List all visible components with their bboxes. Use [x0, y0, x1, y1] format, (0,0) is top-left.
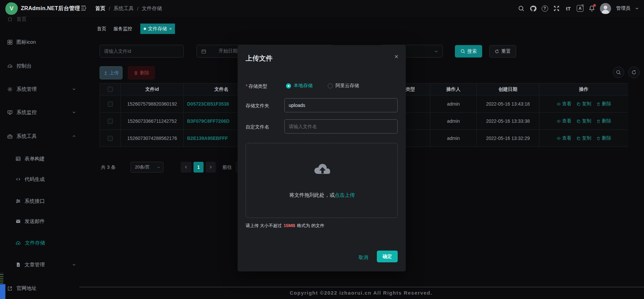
file-id-input-field[interactable]	[104, 48, 179, 54]
cancel-button[interactable]: 取消	[356, 253, 371, 262]
search-button[interactable]: 搜索	[455, 45, 482, 58]
sidebar-item-label: 官网地址	[16, 285, 37, 292]
select-all-checkbox[interactable]	[108, 87, 113, 92]
next-page-button[interactable]	[206, 162, 216, 173]
reset-button[interactable]: 重置	[489, 45, 516, 58]
copy-link[interactable]: 复制	[576, 101, 592, 107]
header-actions: ? tT A文 管理员	[517, 0, 644, 17]
delete-link-label: 删除	[602, 135, 611, 141]
sidebar-item-system-management[interactable]: 系统管理	[0, 82, 79, 96]
avatar[interactable]	[600, 3, 611, 14]
folder-input[interactable]	[284, 98, 398, 112]
github-icon[interactable]	[529, 5, 537, 12]
form-table-icon	[15, 156, 21, 161]
click-to-upload-link[interactable]: 点击上传	[335, 192, 355, 198]
breadcrumb-file-storage[interactable]: 文件存储	[142, 5, 162, 12]
sidebar-item-system-api[interactable]: 系统接口	[0, 194, 79, 208]
sidebar-item-send-mail[interactable]: 发送邮件	[0, 215, 79, 228]
folder-input-field[interactable]	[289, 103, 393, 108]
delete-button[interactable]: 删除	[128, 66, 155, 79]
file-id-input[interactable]	[100, 45, 184, 58]
fullscreen-icon[interactable]	[553, 5, 560, 12]
tab-close-icon[interactable]: ×	[169, 26, 172, 31]
sidebar-item-console[interactable]: 控制台	[0, 59, 79, 73]
table-refresh-button[interactable]	[628, 67, 640, 78]
tab-file-storage[interactable]: 文件存储 ×	[140, 24, 175, 34]
sidebar-item-article-management[interactable]: 文章管理	[0, 258, 79, 271]
help-icon[interactable]: ?	[541, 5, 548, 12]
radio-aliyun-storage[interactable]: 阿里云存储	[328, 83, 359, 89]
tab-home[interactable]: 首页	[97, 26, 106, 32]
upload-tip: 请上传 大小不超过15MB格式为 的文件	[246, 223, 324, 229]
copy-link[interactable]: 复制	[576, 118, 592, 124]
sidebar-item-file-storage[interactable]: 文件存储	[0, 236, 79, 250]
filename-input-field[interactable]	[289, 124, 393, 129]
col-created: 创建日期	[477, 83, 539, 96]
footer-copyright: Copyright ©2022 izhaorui.cn All Rights R…	[78, 290, 644, 296]
active-tab-dot	[144, 28, 146, 30]
upload-button-label: 上传	[110, 70, 119, 76]
sidebar-item-official-site[interactable]: 官网地址	[0, 282, 79, 295]
upload-button[interactable]: 上传	[100, 66, 122, 79]
active-tab-label: 文件存储	[148, 26, 167, 32]
cell-operator: admin	[430, 96, 477, 113]
chevron-down-icon[interactable]	[635, 5, 639, 12]
search-icon[interactable]	[517, 5, 525, 12]
row-checkbox-cell	[100, 96, 121, 113]
app-logo[interactable]: V	[5, 2, 18, 15]
cloud-upload-icon	[15, 240, 21, 246]
mail-icon	[15, 219, 21, 224]
sidebar-item-code-generator[interactable]: 代码生成	[0, 173, 79, 186]
view-link[interactable]: 查看	[557, 101, 572, 107]
calendar-icon	[201, 48, 207, 54]
notification-bell-icon[interactable]	[588, 5, 596, 12]
col-operator: 操作人	[430, 83, 477, 96]
copy-link-label: 复制	[582, 101, 592, 107]
drag-text: 将文件拖到此处，或	[289, 192, 335, 198]
view-link[interactable]: 查看	[557, 135, 572, 141]
delete-link[interactable]: 删除	[596, 118, 611, 124]
confirm-button[interactable]: 确定	[377, 251, 398, 262]
sidebar-item-label: 系统管理	[16, 86, 37, 92]
home-icon	[7, 16, 13, 22]
radio-local-storage[interactable]: 本地存储	[286, 83, 313, 89]
page-number-current[interactable]: 1	[193, 162, 204, 173]
breadcrumb-system-tools[interactable]: 系统工具	[113, 5, 134, 12]
chevron-down-icon	[434, 49, 438, 53]
sidebar-item-system-tools[interactable]: 系统工具	[0, 129, 79, 143]
sidebar-item-system-monitor[interactable]: 系统监控	[0, 106, 79, 119]
row-checkbox[interactable]	[108, 102, 113, 107]
sidebar-item-home[interactable]: 首页	[0, 16, 79, 24]
upload-dropzone[interactable]: 将文件拖到此处，或点击上传	[246, 143, 398, 218]
tip-prefix: 请上传 大小不超过	[246, 223, 282, 228]
refresh-icon	[495, 49, 499, 54]
sidebar-item-label: 系统监控	[16, 109, 37, 116]
copy-link[interactable]: 复制	[576, 135, 592, 141]
table-search-toggle-button[interactable]	[613, 67, 624, 78]
sidebar-item-label: 图标icon	[16, 39, 36, 45]
sidebar-item-label: 代码生成	[25, 176, 45, 183]
dialog-close-icon[interactable]: ×	[394, 53, 398, 60]
sidebar-item-form-builder[interactable]: 表单构建	[0, 152, 79, 165]
page-size-select[interactable]: 20条/页	[131, 162, 164, 173]
user-name[interactable]: 管理员	[616, 5, 630, 11]
language-icon[interactable]: A文	[576, 5, 584, 12]
code-icon	[15, 177, 21, 182]
row-checkbox[interactable]	[108, 136, 113, 141]
view-link[interactable]: 查看	[557, 118, 572, 124]
prev-page-button[interactable]	[181, 162, 191, 173]
breadcrumb-home[interactable]: 首页	[95, 5, 105, 12]
delete-link[interactable]: 删除	[596, 101, 611, 107]
filename-input[interactable]	[284, 119, 398, 134]
filename-label: 自定文件名	[246, 124, 269, 130]
radio-aliyun-label: 阿里云存储	[335, 83, 359, 89]
external-link-icon	[7, 286, 13, 291]
font-size-icon[interactable]: tT	[565, 5, 572, 12]
tab-service-monitor[interactable]: 服务监控	[113, 26, 132, 32]
cell-actions: 查看 复制 删除	[539, 113, 628, 130]
row-checkbox[interactable]	[108, 119, 113, 124]
row-checkbox-cell	[100, 113, 121, 130]
sidebar-collapse-button[interactable]	[80, 5, 87, 11]
delete-link[interactable]: 删除	[596, 135, 611, 141]
sidebar-item-icons[interactable]: 图标icon	[0, 35, 79, 49]
